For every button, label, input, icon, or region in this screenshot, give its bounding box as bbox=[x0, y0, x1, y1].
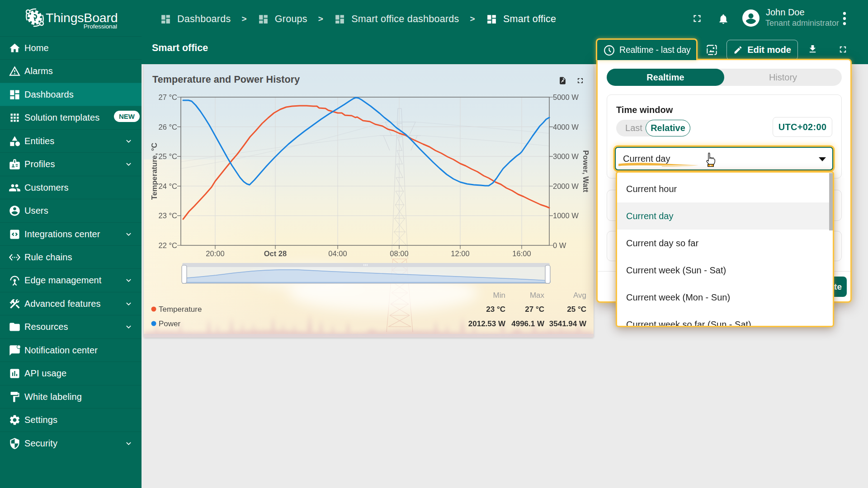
svg-text:23 °C: 23 °C bbox=[486, 305, 505, 314]
svg-text:25 °C: 25 °C bbox=[159, 152, 178, 160]
svg-text:25 °C: 25 °C bbox=[567, 305, 586, 314]
svg-text:Temperature, °C: Temperature, °C bbox=[150, 143, 158, 200]
svg-text:Oct 28: Oct 28 bbox=[264, 249, 287, 258]
svg-text:Temperature: Temperature bbox=[159, 305, 202, 314]
svg-text:0 W: 0 W bbox=[553, 241, 566, 249]
svg-text:12:00: 12:00 bbox=[451, 249, 469, 258]
svg-text:08:00: 08:00 bbox=[390, 249, 408, 258]
svg-text:4996.1 W: 4996.1 W bbox=[511, 319, 545, 328]
svg-text:23 °C: 23 °C bbox=[159, 211, 178, 220]
svg-text:24 °C: 24 °C bbox=[159, 182, 178, 190]
svg-text:27 °C: 27 °C bbox=[525, 305, 544, 314]
svg-text:16:00: 16:00 bbox=[512, 249, 531, 258]
svg-text:Power, Watt: Power, Watt bbox=[582, 150, 590, 192]
svg-text:26 °C: 26 °C bbox=[159, 123, 178, 131]
svg-text:22 °C: 22 °C bbox=[159, 241, 178, 249]
svg-text:4000 W: 4000 W bbox=[553, 123, 579, 131]
svg-text:3000 W: 3000 W bbox=[553, 152, 579, 160]
svg-text:20:00: 20:00 bbox=[206, 249, 224, 258]
svg-text:1000 W: 1000 W bbox=[553, 211, 579, 220]
svg-text:04:00: 04:00 bbox=[328, 249, 347, 258]
svg-text:Max: Max bbox=[530, 291, 545, 300]
svg-text:2000 W: 2000 W bbox=[553, 182, 579, 190]
svg-text:3541.94 W: 3541.94 W bbox=[549, 319, 587, 328]
svg-text:Min: Min bbox=[493, 291, 505, 300]
svg-text:Avg: Avg bbox=[573, 291, 586, 300]
svg-text:5000 W: 5000 W bbox=[553, 93, 579, 101]
svg-text:2012.53 W: 2012.53 W bbox=[468, 319, 506, 328]
svg-text:27 °C: 27 °C bbox=[159, 93, 178, 101]
svg-text:Power: Power bbox=[159, 319, 181, 328]
